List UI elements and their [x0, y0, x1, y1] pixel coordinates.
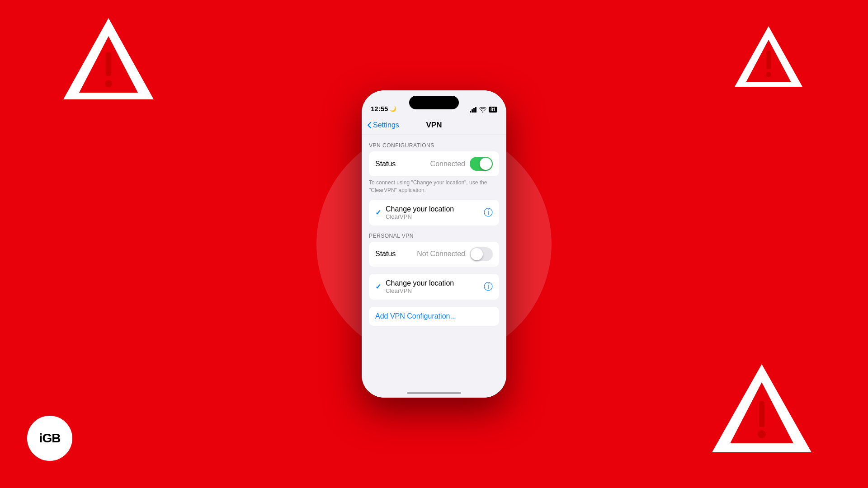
personal-vpn-item-provider: ClearVPN — [386, 287, 484, 294]
svg-rect-21 — [475, 107, 476, 113]
vpn-config-item[interactable]: ✓ Change your location ClearVPN ⓘ — [369, 200, 499, 225]
toggle-knob-off — [471, 248, 483, 260]
warning-triangle-bottom-right — [710, 360, 814, 459]
status-icons: 81 — [470, 107, 497, 113]
phone-screen: 12:55 🌙 — [362, 90, 506, 398]
phone-body: 12:55 🌙 — [362, 90, 506, 398]
wifi-icon — [479, 107, 486, 113]
personal-vpn-toggle[interactable] — [470, 247, 493, 261]
status-time: 12:55 🌙 — [371, 105, 396, 113]
time-display: 12:55 — [371, 105, 388, 113]
vpn-status-label: Status — [375, 160, 430, 168]
vpn-connected-toggle[interactable] — [470, 157, 493, 171]
vpn-item-name: Change your location — [386, 205, 484, 213]
igb-logo: iGB — [27, 416, 72, 461]
svg-rect-18 — [470, 111, 471, 113]
vpn-status-connected-row: Status Connected — [369, 151, 499, 176]
back-label: Settings — [373, 121, 399, 129]
page-title: VPN — [426, 121, 442, 130]
personal-vpn-status-value: Not Connected — [417, 250, 465, 258]
vpn-configurations-header: VPN CONFIGURATIONS — [362, 142, 506, 151]
warning-triangle-top-right — [732, 23, 805, 90]
personal-vpn-item-name: Change your location — [386, 279, 484, 287]
igb-logo-text: iGB — [39, 431, 61, 446]
personal-vpn-check-icon: ✓ — [375, 282, 381, 291]
moon-icon: 🌙 — [390, 106, 396, 112]
vpn-item-provider: ClearVPN — [386, 213, 484, 220]
toggle-knob — [480, 158, 492, 170]
vpn-item-info: Change your location ClearVPN — [386, 205, 484, 220]
vpn-info-icon[interactable]: ⓘ — [484, 206, 493, 219]
personal-vpn-info-icon[interactable]: ⓘ — [484, 281, 493, 293]
vpn-hint-text: To connect using "Change your location",… — [362, 176, 506, 200]
svg-rect-20 — [473, 108, 475, 113]
personal-vpn-item-card: ✓ Change your location ClearVPN ⓘ — [369, 274, 499, 300]
personal-vpn-item-info: Change your location ClearVPN — [386, 279, 484, 294]
svg-point-16 — [758, 430, 766, 438]
vpn-configurations-card: Status Connected — [369, 151, 499, 176]
dynamic-island — [409, 96, 459, 109]
battery-level: 81 — [489, 107, 497, 113]
svg-point-4 — [105, 80, 112, 87]
vpn-status-connected-value: Connected — [430, 160, 465, 168]
svg-rect-11 — [766, 51, 771, 69]
warning-triangle-top-left — [59, 14, 158, 104]
nav-bar: Settings VPN — [362, 115, 506, 135]
personal-vpn-header: PERSONAL VPN — [362, 233, 506, 242]
vpn-check-icon: ✓ — [375, 208, 381, 217]
add-vpn-config-button[interactable]: Add VPN Configuration... — [369, 307, 499, 326]
vpn-content: VPN CONFIGURATIONS Status Connected To c… — [362, 135, 506, 398]
personal-vpn-item[interactable]: ✓ Change your location ClearVPN ⓘ — [369, 274, 499, 300]
back-button[interactable]: Settings — [367, 121, 399, 129]
home-indicator — [407, 392, 461, 394]
spacer-3 — [362, 300, 506, 307]
svg-rect-5 — [106, 52, 111, 76]
svg-point-10 — [766, 72, 771, 77]
svg-rect-17 — [759, 401, 764, 427]
signal-icon — [470, 107, 477, 113]
spacer-2 — [362, 267, 506, 274]
personal-vpn-status-row: Status Not Connected — [369, 242, 499, 267]
svg-rect-19 — [472, 109, 473, 113]
vpn-config-item-card: ✓ Change your location ClearVPN ⓘ — [369, 200, 499, 225]
phone-device: 12:55 🌙 — [362, 90, 506, 398]
personal-vpn-status-card: Status Not Connected — [369, 242, 499, 267]
personal-vpn-status-label: Status — [375, 250, 417, 258]
back-chevron-icon — [367, 122, 372, 129]
add-config-label: Add VPN Configuration... — [375, 312, 456, 320]
spacer-1 — [362, 225, 506, 233]
